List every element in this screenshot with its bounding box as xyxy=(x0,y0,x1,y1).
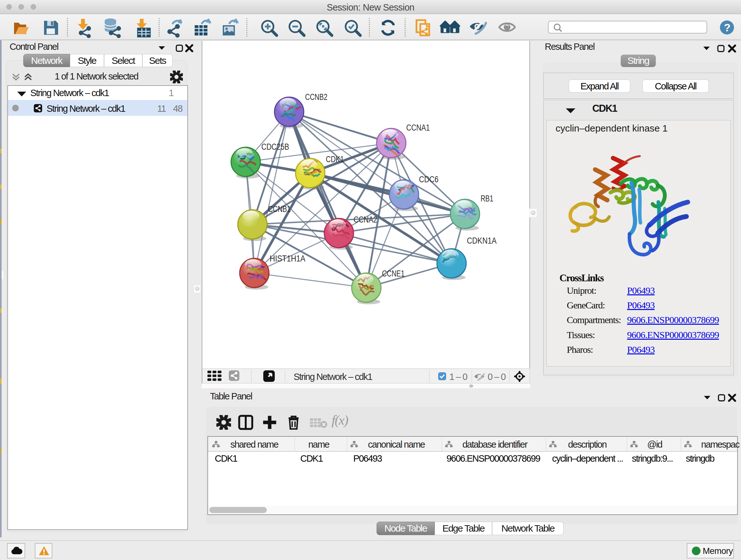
svg-text:CCNB1: CCNB1 xyxy=(268,204,291,214)
svg-text:CDC25B: CDC25B xyxy=(261,142,289,152)
svg-text:CDC6: CDC6 xyxy=(419,175,439,184)
svg-text:CDKN1A: CDKN1A xyxy=(467,236,496,246)
svg-text:CCNB2: CCNB2 xyxy=(305,92,327,102)
svg-text:CDK1: CDK1 xyxy=(326,154,344,164)
svg-text:CCNE1: CCNE1 xyxy=(382,269,405,278)
svg-text:CCNA1: CCNA1 xyxy=(406,123,430,132)
svg-text:HIST1H1A: HIST1H1A xyxy=(270,254,306,263)
svg-text:RB1: RB1 xyxy=(481,194,493,203)
svg-text:CCNA2: CCNA2 xyxy=(354,215,377,225)
